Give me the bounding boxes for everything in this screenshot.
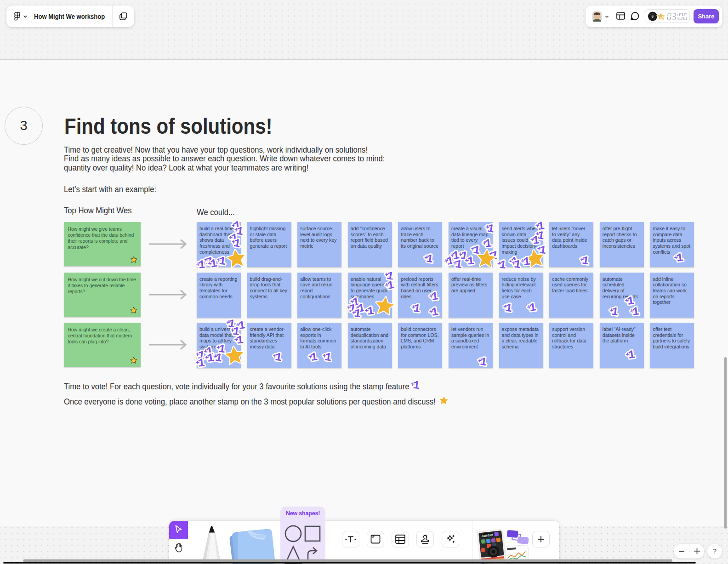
svg-text:♪: ♪ (652, 14, 654, 19)
